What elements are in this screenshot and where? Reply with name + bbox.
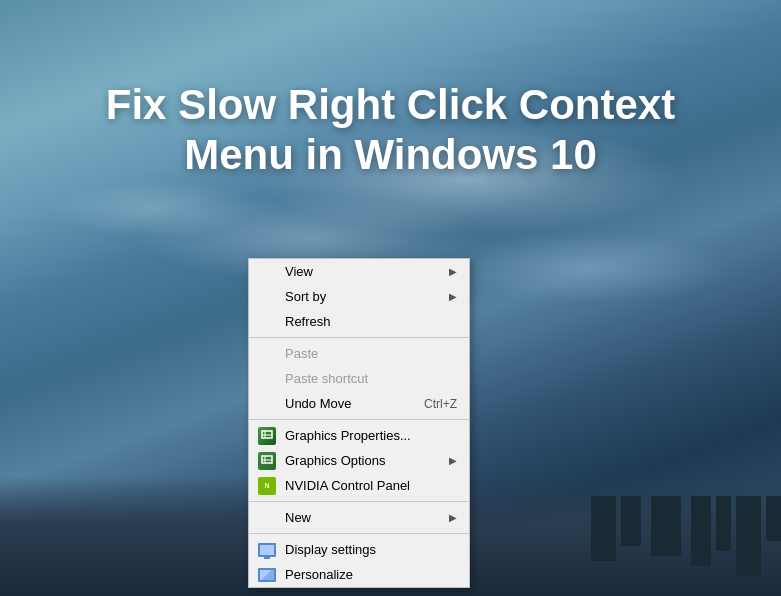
- page-title: Fix Slow Right Click Context Menu in Win…: [0, 80, 781, 181]
- graphics-opts-arrow-icon: ▶: [449, 455, 457, 466]
- display-settings-label: Display settings: [285, 542, 376, 557]
- menu-item-display-settings[interactable]: Display settings: [249, 537, 469, 562]
- separator-sep3: [249, 501, 469, 502]
- nvidia-label: NVIDIA Control Panel: [285, 478, 410, 493]
- display-icon-img: [258, 543, 276, 557]
- menu-item-sort-by[interactable]: Sort by▶: [249, 284, 469, 309]
- nvidia-icon: N: [257, 476, 277, 496]
- menu-item-graphics-opts[interactable]: Graphics Options▶: [249, 448, 469, 473]
- view-label: View: [285, 264, 313, 279]
- personalize-label: Personalize: [285, 567, 353, 582]
- menu-item-new[interactable]: New▶: [249, 505, 469, 530]
- graphics-opts-icon-img: [258, 452, 276, 470]
- graphics-opts-icon: [257, 451, 277, 471]
- new-arrow-icon: ▶: [449, 512, 457, 523]
- menu-item-undo-move[interactable]: Undo MoveCtrl+Z: [249, 391, 469, 416]
- menu-item-nvidia[interactable]: NNVIDIA Control Panel: [249, 473, 469, 498]
- new-label: New: [285, 510, 311, 525]
- menu-item-paste: Paste: [249, 341, 469, 366]
- menu-item-paste-shortcut: Paste shortcut: [249, 366, 469, 391]
- personalize-icon-img: [258, 568, 276, 582]
- undo-move-shortcut: Ctrl+Z: [424, 397, 457, 411]
- separator-sep4: [249, 533, 469, 534]
- menu-item-graphics-props[interactable]: Graphics Properties...: [249, 423, 469, 448]
- nvidia-icon-img: N: [258, 477, 276, 495]
- graphics-props-label: Graphics Properties...: [285, 428, 411, 443]
- separator-sep2: [249, 419, 469, 420]
- context-menu: View▶Sort by▶RefreshPastePaste shortcutU…: [248, 258, 470, 588]
- title-line1: Fix Slow Right Click Context: [106, 81, 675, 128]
- graphics-props-icon: [257, 426, 277, 446]
- separator-sep1: [249, 337, 469, 338]
- personalize-icon: [257, 565, 277, 585]
- display-settings-icon: [257, 540, 277, 560]
- refresh-label: Refresh: [285, 314, 331, 329]
- graphics-props-icon-img: [258, 427, 276, 445]
- paste-shortcut-label: Paste shortcut: [285, 371, 368, 386]
- view-arrow-icon: ▶: [449, 266, 457, 277]
- sort-by-arrow-icon: ▶: [449, 291, 457, 302]
- graphics-opts-label: Graphics Options: [285, 453, 385, 468]
- paste-label: Paste: [285, 346, 318, 361]
- city-buildings: [431, 496, 781, 596]
- menu-item-personalize[interactable]: Personalize: [249, 562, 469, 587]
- title-line2: Menu in Windows 10: [184, 131, 597, 178]
- menu-item-view[interactable]: View▶: [249, 259, 469, 284]
- sort-by-label: Sort by: [285, 289, 326, 304]
- menu-item-refresh[interactable]: Refresh: [249, 309, 469, 334]
- undo-move-label: Undo Move: [285, 396, 351, 411]
